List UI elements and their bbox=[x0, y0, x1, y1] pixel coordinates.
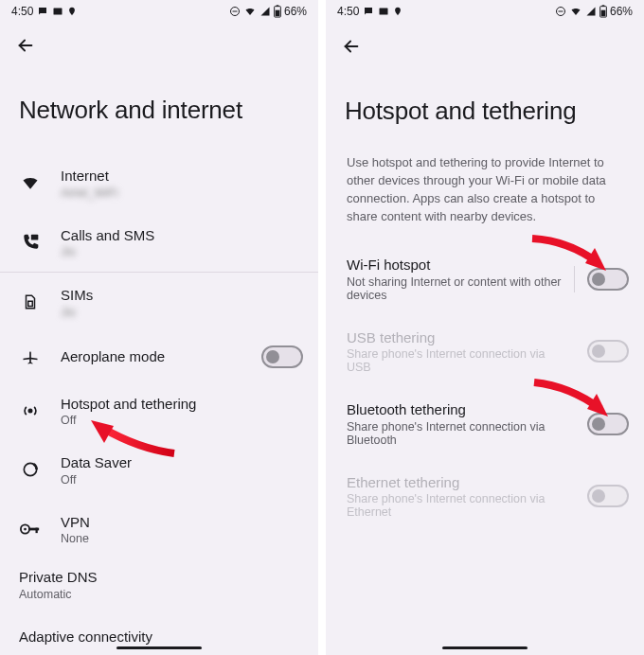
item-label: Data Saver bbox=[61, 453, 303, 472]
page-title: Hotspot and tethering bbox=[326, 70, 644, 154]
svg-rect-14 bbox=[380, 9, 388, 15]
item-sub: Automatic bbox=[19, 588, 299, 601]
chat-icon bbox=[37, 6, 48, 17]
chat-icon bbox=[363, 6, 374, 17]
item-sub: Share phone's Internet connection via Bl… bbox=[347, 420, 568, 447]
screen-network-and-internet: 4:50 66% Network and internet Internet A… bbox=[0, 0, 318, 655]
signal-icon bbox=[259, 6, 271, 17]
phone-sms-icon bbox=[21, 233, 40, 252]
item-private-dns[interactable]: Private DNS Automatic bbox=[0, 558, 318, 611]
page-description: Use hotspot and tethering to provide Int… bbox=[326, 154, 644, 242]
item-label: Calls and SMS bbox=[61, 226, 303, 245]
item-sims[interactable]: SIMs Jio bbox=[0, 273, 318, 332]
image-icon bbox=[378, 6, 389, 17]
item-sub: None bbox=[61, 532, 303, 545]
item-sub: Not sharing Internet or content with oth… bbox=[347, 275, 568, 302]
hotspot-icon bbox=[21, 401, 40, 420]
gesture-bar bbox=[442, 646, 528, 649]
item-hotspot-tethering[interactable]: Hotspot and tethering Off bbox=[0, 381, 318, 441]
item-label: Private DNS bbox=[19, 568, 299, 587]
item-calls-sms[interactable]: Calls and SMS Jio bbox=[0, 213, 318, 273]
item-label: Adaptive connectivity bbox=[19, 628, 299, 646]
status-time: 4:50 bbox=[337, 5, 359, 18]
wifi-icon bbox=[569, 6, 582, 17]
item-label: Hotspot and tethering bbox=[61, 395, 303, 414]
item-bluetooth-tethering[interactable]: Bluetooth tethering Share phone's Intern… bbox=[326, 387, 644, 460]
item-sub: Off bbox=[61, 414, 303, 427]
status-battery: 66% bbox=[610, 5, 633, 18]
screen-hotspot-tethering: 4:50 66% Hotspot and tethering Use hotsp… bbox=[326, 0, 644, 655]
wifi-icon bbox=[243, 6, 257, 17]
svg-rect-13 bbox=[36, 527, 38, 533]
item-sub: Share phone's Internet connection via Et… bbox=[347, 492, 568, 519]
item-aeroplane-mode[interactable]: Aeroplane mode bbox=[0, 332, 318, 381]
item-sub: Airtel_WiFi bbox=[61, 186, 303, 200]
back-icon[interactable] bbox=[341, 36, 362, 57]
status-battery: 66% bbox=[284, 5, 307, 18]
ethernet-tethering-toggle bbox=[587, 485, 629, 507]
item-ethernet-tethering: Ethernet tethering Share phone's Interne… bbox=[326, 460, 644, 533]
vpn-key-icon bbox=[20, 522, 41, 537]
battery-icon bbox=[599, 5, 607, 18]
location-icon bbox=[67, 6, 77, 17]
item-vpn[interactable]: VPN None bbox=[0, 500, 318, 559]
signal-icon bbox=[585, 6, 597, 17]
item-data-saver[interactable]: Data Saver Off bbox=[0, 440, 318, 500]
svg-rect-2 bbox=[232, 10, 237, 11]
svg-rect-6 bbox=[31, 234, 39, 239]
svg-point-8 bbox=[28, 409, 31, 412]
svg-point-11 bbox=[24, 527, 27, 530]
svg-rect-7 bbox=[28, 302, 33, 307]
status-time: 4:50 bbox=[11, 5, 33, 18]
dnd-icon bbox=[229, 6, 241, 17]
wifi-icon bbox=[21, 173, 40, 192]
item-label: Bluetooth tethering bbox=[347, 400, 568, 419]
wifi-hotspot-toggle[interactable] bbox=[587, 268, 629, 291]
item-label: Aeroplane mode bbox=[61, 347, 242, 366]
sim-icon bbox=[22, 292, 39, 311]
item-wifi-hotspot[interactable]: Wi-Fi hotspot Not sharing Internet or co… bbox=[326, 242, 644, 315]
svg-rect-16 bbox=[558, 11, 563, 12]
item-label: VPN bbox=[61, 513, 303, 532]
item-usb-tethering: USB tethering Share phone's Internet con… bbox=[326, 315, 644, 388]
location-icon bbox=[393, 6, 402, 17]
svg-rect-4 bbox=[276, 9, 280, 15]
battery-icon bbox=[274, 5, 281, 18]
gesture-bar bbox=[116, 646, 202, 649]
dnd-icon bbox=[555, 6, 566, 17]
item-label: Ethernet tethering bbox=[347, 473, 568, 492]
item-label: SIMs bbox=[61, 286, 303, 305]
item-label: USB tethering bbox=[347, 328, 568, 347]
item-sub: Jio bbox=[61, 245, 303, 258]
svg-rect-5 bbox=[277, 5, 279, 6]
item-internet[interactable]: Internet Airtel_WiFi bbox=[0, 153, 318, 213]
data-saver-icon bbox=[21, 460, 40, 479]
back-icon[interactable] bbox=[15, 35, 36, 56]
svg-rect-0 bbox=[54, 8, 63, 14]
airplane-icon bbox=[21, 347, 40, 366]
item-sub: Jio bbox=[61, 306, 303, 319]
aeroplane-toggle[interactable] bbox=[261, 345, 303, 368]
svg-rect-19 bbox=[602, 5, 605, 6]
image-icon bbox=[52, 6, 63, 17]
status-bar: 4:50 66% bbox=[326, 0, 644, 23]
page-title: Network and internet bbox=[0, 69, 318, 153]
item-sub: Share phone's Internet connection via US… bbox=[347, 347, 568, 374]
item-label: Wi-Fi hotspot bbox=[347, 256, 568, 274]
usb-tethering-toggle bbox=[587, 340, 629, 363]
bluetooth-tethering-toggle[interactable] bbox=[587, 413, 629, 435]
item-sub: Off bbox=[61, 473, 303, 487]
svg-rect-18 bbox=[601, 10, 606, 16]
status-bar: 4:50 66% bbox=[0, 0, 318, 22]
item-label: Internet bbox=[61, 167, 303, 186]
